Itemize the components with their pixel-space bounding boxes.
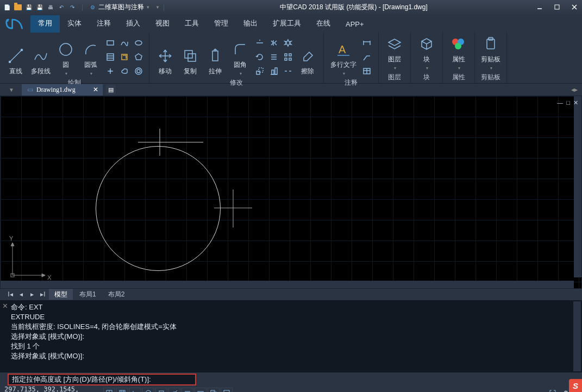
- dim-linear-icon[interactable]: [361, 37, 373, 49]
- document-tab[interactable]: ▭ Drawing1.dwg ✕: [22, 84, 103, 96]
- spline-icon[interactable]: [118, 37, 130, 49]
- table-icon[interactable]: [361, 65, 373, 77]
- ime-indicator[interactable]: S: [569, 379, 582, 392]
- ortho-toggle[interactable]: [129, 388, 141, 392]
- ellipse-icon[interactable]: [133, 37, 145, 49]
- close-tab-icon[interactable]: ✕: [93, 86, 98, 93]
- svg-rect-24: [212, 51, 218, 61]
- layout-tab-model[interactable]: 模型: [49, 289, 73, 300]
- workspace-label[interactable]: 二维草图与注释: [98, 3, 144, 12]
- layout-tab-2[interactable]: 布局2: [103, 289, 130, 300]
- circle-button[interactable]: 圆▾: [54, 35, 77, 77]
- region-icon[interactable]: [118, 51, 130, 63]
- array-icon[interactable]: [282, 51, 294, 63]
- new-file-icon[interactable]: 📄: [2, 2, 12, 12]
- vp-close-icon[interactable]: ✕: [573, 99, 578, 106]
- align-icon[interactable]: [268, 65, 280, 77]
- tab-view[interactable]: 视图: [148, 15, 177, 33]
- qat-dropdown-icon[interactable]: ▼: [155, 5, 160, 10]
- cycle-toggle[interactable]: [208, 388, 220, 392]
- cmd-close-icon[interactable]: ✕: [2, 301, 8, 311]
- coordinates[interactable]: 297.7135, 392.1545, 0.0000: [4, 385, 102, 392]
- maximize-button[interactable]: [552, 3, 562, 11]
- panel-properties: 属性▾ 属性: [443, 33, 475, 83]
- grid-toggle[interactable]: [116, 388, 128, 392]
- tab-app[interactable]: APP+: [338, 17, 372, 33]
- revcloud-icon[interactable]: [118, 65, 130, 77]
- tab-output[interactable]: 输出: [236, 15, 265, 33]
- stretch-button[interactable]: 拉伸: [204, 35, 227, 77]
- tab-manage[interactable]: 管理: [206, 15, 236, 33]
- layout-first-icon[interactable]: I◂: [5, 290, 15, 298]
- mtext-button[interactable]: A多行文字▾: [328, 35, 359, 77]
- viewport-scrollbar-v[interactable]: [574, 96, 581, 277]
- explode-icon[interactable]: [282, 37, 294, 49]
- doc-tab-dropdown-icon[interactable]: ▼: [9, 87, 14, 93]
- tab-tools[interactable]: 工具: [177, 15, 206, 33]
- polyline-button[interactable]: 多段线: [29, 35, 52, 77]
- break-icon[interactable]: [282, 65, 294, 77]
- new-tab-button[interactable]: ▤: [106, 85, 116, 94]
- undo-icon[interactable]: ↶: [57, 2, 66, 12]
- viewport-scrollbar-h[interactable]: [1, 281, 574, 288]
- tab-common[interactable]: 常用: [30, 15, 60, 33]
- cmd-scrollbar[interactable]: [573, 301, 581, 371]
- tab-insert[interactable]: 插入: [118, 15, 148, 33]
- open-folder-icon[interactable]: [13, 2, 23, 12]
- tab-extend[interactable]: 扩展工具: [265, 15, 309, 33]
- saveas-icon[interactable]: 💾: [35, 2, 45, 12]
- polygon-icon[interactable]: [133, 51, 145, 63]
- line-button[interactable]: 直线: [4, 35, 27, 77]
- trim-icon[interactable]: [254, 37, 266, 49]
- drawing-viewport[interactable]: — □ ✕ Y X: [0, 96, 582, 289]
- layout-prev-icon[interactable]: ◂: [16, 290, 26, 298]
- lwt-toggle[interactable]: [182, 388, 193, 392]
- save-icon[interactable]: 💾: [24, 2, 34, 12]
- offset-icon[interactable]: [268, 51, 280, 63]
- properties-button[interactable]: 属性▾: [447, 35, 470, 72]
- point-icon[interactable]: [104, 65, 116, 77]
- tab-annotate[interactable]: 注释: [89, 15, 118, 33]
- arc-button[interactable]: 圆弧▾: [79, 35, 102, 77]
- close-button[interactable]: [569, 3, 580, 11]
- dyn-toggle[interactable]: [195, 388, 206, 392]
- plot-icon[interactable]: 🖶: [46, 2, 55, 12]
- hatch-icon[interactable]: [104, 51, 116, 63]
- redo-icon[interactable]: ↷: [67, 2, 77, 12]
- command-input[interactable]: 指定拉伸高度或 [方向(D)/路径(P)/倾斜角(T)]:: [8, 374, 196, 385]
- layout-last-icon[interactable]: ▸I: [38, 290, 48, 298]
- model-toggle[interactable]: [221, 388, 233, 392]
- layer-button[interactable]: 图层▾: [383, 35, 406, 72]
- command-history[interactable]: ✕ 命令: EXT EXTRUDE 当前线框密度: ISOLINES=4, 闭合…: [0, 300, 582, 372]
- layout-next-icon[interactable]: ▸: [27, 290, 37, 298]
- osnap-toggle[interactable]: [155, 388, 167, 392]
- draw-tools-grid: [104, 35, 145, 77]
- fillet-button[interactable]: 圆角▾: [229, 35, 252, 77]
- layout-tab-1[interactable]: 布局1: [74, 289, 102, 300]
- layout-tabs: I◂ ◂ ▸ ▸I 模型 布局1 布局2: [0, 289, 582, 300]
- polar-toggle[interactable]: [142, 388, 154, 392]
- app-logo[interactable]: [3, 16, 27, 33]
- move-button[interactable]: 移动: [154, 35, 177, 77]
- minimize-button[interactable]: [534, 3, 545, 11]
- copy-button[interactable]: 复制: [179, 35, 202, 77]
- rect-icon[interactable]: [104, 37, 116, 49]
- mirror-icon[interactable]: [268, 37, 280, 49]
- fullscreen-icon[interactable]: [547, 388, 559, 392]
- workspace-dropdown-icon[interactable]: ▼: [146, 5, 150, 10]
- erase-button[interactable]: 擦除: [296, 35, 319, 77]
- tab-solid[interactable]: 实体: [60, 15, 89, 33]
- workspace-gear-icon[interactable]: ⚙: [87, 2, 97, 12]
- leader-icon[interactable]: [361, 51, 373, 63]
- otrack-toggle[interactable]: [168, 388, 180, 392]
- donut-icon[interactable]: [133, 65, 145, 77]
- snap-toggle[interactable]: [103, 388, 115, 392]
- block-button[interactable]: 块▾: [415, 35, 438, 72]
- rotate-icon[interactable]: [254, 51, 266, 63]
- doc-tabs-scroll[interactable]: ◂▸: [571, 86, 578, 93]
- tab-online[interactable]: 在线: [309, 15, 338, 33]
- clipboard-button[interactable]: 剪贴板▾: [479, 35, 502, 72]
- vp-minimize-icon[interactable]: —: [557, 99, 563, 106]
- scale-icon[interactable]: [254, 65, 266, 77]
- vp-maximize-icon[interactable]: □: [566, 99, 570, 106]
